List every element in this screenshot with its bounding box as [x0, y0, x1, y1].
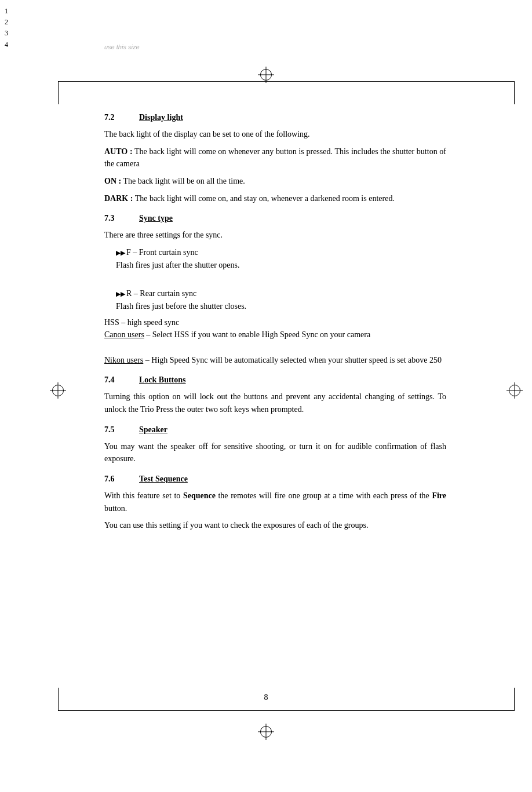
- section-7-5-title: Speaker: [139, 425, 167, 435]
- section-7-2-on: ON : The back light will be on all the t…: [104, 175, 446, 188]
- section-7-2-title: Display light: [139, 113, 183, 122]
- crosshair-bottom-center: [258, 724, 274, 740]
- sync-front-label: ▶▶F – Front curtain sync: [116, 246, 446, 259]
- section-7-2: 7.2 Display light The back light of the …: [104, 113, 446, 205]
- section-7-6-num: 7.6: [104, 475, 139, 484]
- section-7-5-num: 7.5: [104, 425, 139, 435]
- border-line-h-bottom: [58, 710, 515, 711]
- section-7-5: 7.5 Speaker You may want the speaker off…: [104, 425, 446, 465]
- page-numbers-left: 1 2 3 4: [5, 6, 8, 50]
- sync-rear-label: ▶▶R – Rear curtain sync: [116, 287, 446, 300]
- sync-front-curtain: ▶▶F – Front curtain sync Flash fires jus…: [116, 246, 446, 271]
- crosshair-top-center: [258, 67, 274, 83]
- main-content: 7.2 Display light The back light of the …: [104, 113, 446, 541]
- page-number-bottom: 8: [264, 693, 268, 702]
- border-line-left-bottom: [58, 688, 59, 711]
- section-7-4: 7.4 Lock Buttons Turning this option on …: [104, 375, 446, 415]
- section-7-3-num: 7.3: [104, 214, 139, 223]
- section-7-3-intro: There are three settings for the sync.: [104, 229, 446, 242]
- sync-front-desc: Flash fires just after the shutter opens…: [116, 259, 446, 272]
- section-7-4-title: Lock Buttons: [139, 375, 186, 385]
- section-7-4-body: Turning this option on will lock out the…: [104, 390, 446, 415]
- nikon-users-label: Nikon users: [104, 356, 143, 364]
- section-7-5-body: You may want the speaker off for sensiti…: [104, 440, 446, 465]
- section-7-4-num: 7.4: [104, 375, 139, 385]
- sync-rear-desc: Flash fires just before the shutter clos…: [116, 300, 446, 313]
- border-line-left-top: [58, 81, 59, 104]
- hss-nikon-line: Nikon users – High Speed Sync will be au…: [104, 354, 446, 367]
- page: 1 2 3 4 use this size 7.2 Display light …: [0, 0, 532, 792]
- sync-rear-curtain: ▶▶R – Rear curtain sync Flash fires just…: [116, 287, 446, 312]
- border-line-right-top: [514, 81, 515, 104]
- sync-hss: HSS – high speed sync Canon users – Sele…: [104, 316, 446, 367]
- border-line-right-bottom: [514, 688, 515, 711]
- section-7-6-title: Test Sequence: [139, 475, 188, 484]
- border-line-h-top: [58, 81, 515, 82]
- page-num-4: 4: [5, 39, 8, 50]
- crosshair-left-middle: [50, 382, 66, 399]
- section-7-2-intro: The back light of the display can be set…: [104, 128, 446, 141]
- section-7-6-para1: With this feature set to Sequence the re…: [104, 490, 446, 514]
- page-num-1: 1: [5, 6, 8, 17]
- section-7-2-num: 7.2: [104, 113, 139, 122]
- hss-canon-line: Canon users – Select HSS if you want to …: [104, 329, 446, 341]
- page-num-3: 3: [5, 28, 8, 39]
- canon-users-label: Canon users: [104, 330, 144, 339]
- use-this-size-label: use this size: [104, 43, 140, 50]
- section-7-3: 7.3 Sync type There are three settings f…: [104, 214, 446, 366]
- section-7-6: 7.6 Test Sequence With this feature set …: [104, 475, 446, 532]
- section-7-2-dark: DARK : The back light will come on, and …: [104, 192, 446, 205]
- section-7-6-para2: You can use this setting if you want to …: [104, 519, 446, 532]
- crosshair-right-middle: [507, 382, 523, 399]
- page-num-2: 2: [5, 17, 8, 28]
- section-7-3-title: Sync type: [139, 214, 173, 223]
- section-7-2-auto: AUTO : The back light will come on whene…: [104, 145, 446, 170]
- hss-label: HSS – high speed sync: [104, 316, 446, 329]
